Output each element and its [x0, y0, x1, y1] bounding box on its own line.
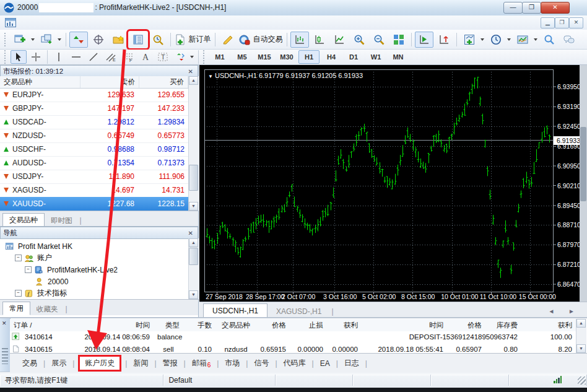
terminal-column-11[interactable]: 获利 — [521, 319, 576, 331]
market-watch-column-0[interactable]: 交易品种 — [0, 76, 80, 88]
market-watch-button[interactable] — [69, 32, 88, 48]
tile-windows-button[interactable] — [389, 32, 408, 48]
collapse-icon[interactable]: − — [15, 255, 22, 261]
mdi-close-button[interactable]: ✕ — [569, 17, 583, 28]
horizontal-line-button[interactable] — [68, 50, 84, 64]
navigator-item-4[interactable]: −f技术指标 — [0, 287, 201, 300]
timeframe-m30-button[interactable]: M30 — [276, 50, 297, 64]
chart-tab-1[interactable]: XAGUSD-,H1 — [267, 305, 330, 318]
market-watch-row-usdchf[interactable]: USDCHF-0.986880.98712 — [0, 142, 188, 157]
terminal-column-2[interactable]: 类型 — [154, 319, 183, 331]
timeframe-d1-button[interactable]: D1 — [343, 50, 364, 64]
terminal-column-0[interactable]: 订单 / — [10, 319, 68, 331]
scroll-thumb[interactable] — [189, 248, 198, 265]
close-icon[interactable]: ✕ — [186, 68, 195, 75]
terminal-column-7[interactable]: 获利 — [327, 319, 362, 331]
navigator-tab-1[interactable]: 收藏夹 — [30, 303, 64, 315]
timeframe-h1-button[interactable]: H1 — [298, 50, 320, 64]
market-watch-row-usdjpy[interactable]: USDJPY-111.890111.906 — [0, 170, 188, 184]
terminal-dock-strip[interactable]: ✕ — [0, 318, 11, 372]
market-watch-row-xagusd[interactable]: XAGUSD-14.69714.731 — [0, 183, 188, 198]
terminal-tab-新闻[interactable]: 新闻 — [129, 357, 152, 370]
market-watch-row-eurjpy[interactable]: EURJPY-129.633129.655 — [0, 88, 188, 102]
collapse-icon[interactable]: − — [15, 290, 22, 297]
cursor-button[interactable] — [11, 50, 27, 64]
terminal-column-9[interactable]: 价格 — [447, 319, 485, 331]
chevron-down-icon[interactable] — [534, 38, 537, 41]
terminal-tab-市场[interactable]: 市场 — [221, 357, 243, 370]
close-icon[interactable]: ✕ — [2, 320, 7, 326]
navigator-tab-0[interactable]: 常用 — [2, 302, 30, 315]
candlestick-button[interactable] — [310, 32, 329, 48]
market-watch-tab-1[interactable]: 即时图 — [45, 214, 79, 227]
close-icon[interactable]: ✕ — [186, 230, 195, 237]
scroll-down-icon[interactable]: ▼ — [189, 202, 198, 211]
market-watch-row-audusd[interactable]: AUDUSD-0.713540.71373 — [0, 156, 188, 170]
mdi-minimize-button[interactable]: ▁ — [541, 17, 555, 28]
scroll-thumb[interactable] — [189, 165, 198, 191]
terminal-column-5[interactable]: 价格 — [256, 319, 290, 331]
templates-button[interactable] — [513, 32, 532, 48]
zoom-in-button[interactable] — [350, 32, 368, 48]
metaeditor-button[interactable] — [219, 32, 237, 48]
scroll-thumb[interactable] — [580, 127, 586, 201]
terminal-button[interactable] — [129, 32, 147, 48]
market-watch-row-nzdusd[interactable]: NZDUSD-0.657490.65773 — [0, 129, 188, 143]
scroll-up-icon[interactable]: ▲ — [189, 238, 198, 247]
collapse-icon[interactable]: − — [25, 266, 32, 273]
text-button[interactable]: A — [137, 50, 154, 64]
terminal-tab-信号[interactable]: 信号 — [250, 357, 272, 370]
chart-scrollbar[interactable] — [580, 65, 587, 302]
chevron-down-icon[interactable] — [31, 38, 35, 41]
market-watch-tab-0[interactable]: 交易品种 — [2, 213, 45, 227]
chevron-down-icon[interactable] — [507, 38, 511, 41]
fibonacci-button[interactable]: F — [120, 50, 136, 64]
terminal-column-header[interactable]: 订单 /时间类型手数交易品种价格止损获利时间价格库存费获利 — [10, 319, 576, 332]
chevron-down-icon[interactable] — [480, 38, 484, 41]
navigator-button[interactable] — [109, 32, 128, 48]
chevron-down-icon[interactable] — [190, 56, 194, 58]
terminal-tab-警报[interactable]: 警报 — [159, 357, 181, 370]
arrows-button[interactable] — [172, 50, 188, 64]
market-watch-column-1[interactable]: 卖价 — [80, 76, 139, 88]
new-order-button[interactable]: 新订单 — [174, 32, 212, 48]
terminal-column-4[interactable]: 交易品种 — [215, 319, 256, 331]
timeframe-mn-button[interactable]: MN — [388, 50, 409, 64]
terminal-tab-日志[interactable]: 日志 — [341, 357, 363, 370]
resize-grip[interactable] — [578, 377, 586, 385]
market-watch-column-header[interactable]: 交易品种卖价买价 — [0, 76, 188, 89]
search-button[interactable] — [540, 32, 559, 48]
timeframe-m1-button[interactable]: M1 — [209, 50, 230, 64]
terminal-tab-邮箱[interactable]: 邮箱6 — [188, 357, 215, 370]
chart-tab-scroll-arrows[interactable]: ◄ ► — [548, 308, 587, 315]
scroll-up-icon[interactable]: ▲ — [576, 319, 586, 328]
text-label-button[interactable]: T — [155, 50, 171, 64]
terminal-column-6[interactable]: 止损 — [290, 319, 327, 331]
market-watch-row-xauusd[interactable]: XAUUSD-1227.681228.15 — [0, 197, 188, 211]
crosshair-button[interactable] — [28, 50, 44, 64]
bar-chart-button[interactable] — [290, 32, 309, 48]
navigator-header[interactable]: 导航 ✕ — [0, 227, 198, 239]
terminal-tab-展示[interactable]: 展示 — [48, 357, 70, 370]
chart-canvas[interactable]: ▼ USDCNH-,H1 6.91779 6.91937 6.91205 6.9… — [199, 65, 587, 302]
timeframe-m5-button[interactable]: M5 — [232, 50, 253, 64]
chart-tab-0[interactable]: USDCNH-,H1 — [203, 303, 267, 318]
market-watch-row-usdcad[interactable]: USDCAD-1.298121.29834 — [0, 115, 188, 129]
mdi-restore-button[interactable]: ❐ — [555, 17, 569, 28]
vertical-line-button[interactable] — [51, 50, 67, 64]
scroll-down-icon[interactable]: ▼ — [189, 290, 198, 299]
title-bar[interactable]: 20000: ProfitMarketHK-Live2 - [USDCNH-,H… — [0, 0, 587, 16]
minimize-button[interactable]: — — [503, 2, 523, 14]
new-chart-button[interactable] — [11, 32, 29, 48]
terminal-tab-代码库[interactable]: 代码库 — [280, 357, 310, 370]
timeframe-h4-button[interactable]: H4 — [321, 50, 342, 64]
market-watch-column-2[interactable]: 买价 — [139, 76, 188, 88]
line-chart-button[interactable] — [330, 32, 349, 48]
autotrading-button[interactable]: 自动交易 — [238, 32, 284, 48]
zoom-out-button[interactable] — [370, 32, 388, 48]
terminal-tab-EA[interactable]: EA — [316, 358, 334, 369]
chart-shift-button[interactable] — [435, 32, 453, 48]
scroll-down-icon[interactable]: ▼ — [576, 344, 586, 353]
terminal-column-3[interactable]: 手数 — [183, 319, 215, 331]
channel-button[interactable]: E — [103, 50, 119, 64]
